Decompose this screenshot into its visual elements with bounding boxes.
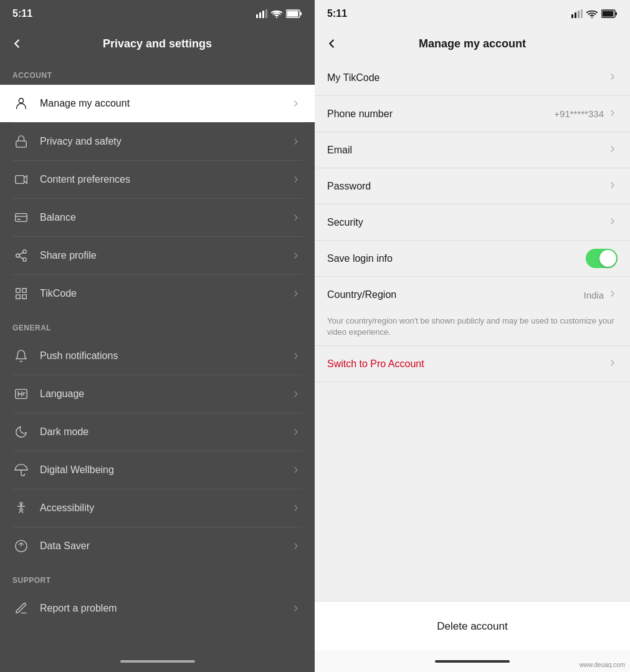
tikcode-chevron [290, 287, 302, 300]
menu-item-share[interactable]: Share profile [0, 237, 315, 274]
svg-rect-21 [16, 295, 20, 299]
wellbeing-chevron [290, 464, 302, 476]
svg-rect-22 [22, 295, 26, 299]
pro-account-label: Switch to Pro Account [327, 358, 608, 370]
email-menu-label: Email [327, 145, 608, 156]
svg-rect-19 [16, 289, 20, 292]
svg-rect-32 [571, 14, 573, 18]
svg-rect-20 [22, 289, 26, 292]
right-menu-item-email[interactable]: Email [315, 132, 630, 168]
wellbeing-label: Digital Wellbeing [40, 464, 290, 476]
right-menu-item-security[interactable]: Security [315, 204, 630, 241]
svg-rect-34 [578, 11, 580, 18]
right-menu-item-password[interactable]: Password [315, 168, 630, 204]
menu-item-manage-account[interactable]: Manage my account [0, 85, 315, 122]
save-login-toggle[interactable] [586, 249, 618, 268]
darkmode-chevron [290, 426, 302, 438]
accessibility-label: Accessibility [40, 502, 290, 514]
video-icon [12, 171, 30, 188]
left-page-header: Privacy and settings [0, 27, 315, 60]
svg-rect-3 [265, 9, 267, 18]
svg-rect-38 [603, 11, 614, 17]
card-icon [12, 209, 30, 226]
right-header-title: Manage my account [419, 37, 526, 50]
content-label: Content preferences [40, 174, 290, 185]
watermark: www.deuaq.com [580, 661, 625, 668]
menu-item-darkmode[interactable]: Dark mode [0, 413, 315, 451]
right-wifi-icon [586, 9, 598, 18]
toggle-knob [599, 250, 616, 267]
wifi-icon [271, 9, 282, 18]
svg-rect-10 [16, 176, 24, 184]
report-label: Report a problem [40, 603, 290, 614]
menu-item-language[interactable]: Language [0, 375, 315, 413]
menu-item-datasaver[interactable]: Data Saver [0, 527, 315, 565]
lock-icon [12, 133, 30, 150]
content-chevron [290, 173, 302, 186]
person-icon [12, 95, 30, 112]
right-status-bar: 5:11 [315, 0, 630, 27]
right-menu-item-phone[interactable]: Phone number +91*****334 [315, 96, 630, 132]
right-battery-icon [601, 9, 618, 18]
menu-item-accessibility[interactable]: Accessibility [0, 489, 315, 527]
tikcode-menu-label: My TikCode [327, 72, 608, 84]
menu-item-notifications[interactable]: Push notifications [0, 337, 315, 375]
left-status-icons [256, 9, 302, 18]
right-panel: 5:11 [315, 0, 630, 672]
menu-item-content[interactable]: Content preferences [0, 161, 315, 198]
left-home-indicator [120, 660, 195, 663]
phone-menu-value: +91*****334 [554, 108, 604, 119]
bell-icon [12, 347, 30, 365]
country-chevron [608, 289, 618, 301]
balance-label: Balance [40, 212, 290, 223]
right-back-button[interactable] [325, 37, 338, 50]
right-menu-item-tikcode[interactable]: My TikCode [315, 60, 630, 96]
manage-account-label: Manage my account [40, 98, 290, 109]
left-status-time: 5:11 [12, 8, 32, 19]
support-section-label: SUPPORT [0, 565, 315, 590]
balance-chevron [290, 211, 302, 224]
svg-rect-1 [259, 12, 261, 18]
grid-icon [12, 285, 30, 302]
menu-item-balance[interactable]: Balance [0, 199, 315, 236]
delete-account-section[interactable]: Delete account [315, 601, 630, 651]
delete-account-label: Delete account [437, 620, 507, 633]
password-menu-chevron [608, 180, 618, 193]
svg-rect-6 [287, 11, 298, 17]
country-value: India [583, 290, 604, 300]
language-chevron [290, 388, 302, 400]
svg-point-4 [276, 17, 277, 18]
svg-point-15 [16, 254, 20, 257]
share-chevron [290, 249, 302, 262]
save-login-label: Save login info [327, 253, 586, 264]
notifications-label: Push notifications [40, 350, 290, 362]
text-icon [12, 385, 30, 403]
menu-item-privacy[interactable]: Privacy and safety [0, 123, 315, 160]
privacy-chevron [290, 135, 302, 148]
moon-icon [12, 423, 30, 441]
pro-account-item[interactable]: Switch to Pro Account [315, 346, 630, 382]
language-label: Language [40, 388, 290, 400]
menu-item-report[interactable]: Report a problem [0, 590, 315, 627]
svg-rect-0 [256, 14, 258, 18]
svg-rect-7 [300, 12, 302, 16]
svg-point-8 [19, 98, 23, 103]
save-login-item: Save login info [315, 241, 630, 277]
darkmode-label: Dark mode [40, 426, 290, 438]
country-note: Your country/region won't be shown publi… [315, 313, 630, 345]
svg-rect-33 [575, 12, 576, 18]
country-row[interactable]: Country/Region India [315, 277, 630, 313]
phone-menu-label: Phone number [327, 108, 554, 120]
general-section-label: GENERAL [0, 312, 315, 337]
manage-account-chevron [290, 97, 302, 110]
svg-rect-9 [16, 141, 27, 147]
notifications-chevron [290, 350, 302, 362]
left-status-bar: 5:11 [0, 0, 315, 27]
menu-item-wellbeing[interactable]: Digital Wellbeing [0, 451, 315, 489]
menu-item-tikcode[interactable]: TikCode [0, 275, 315, 312]
left-back-button[interactable] [10, 37, 24, 50]
left-content: ACCOUNT Manage my account [0, 60, 315, 651]
share-icon [12, 247, 30, 264]
password-menu-label: Password [327, 181, 608, 192]
security-menu-chevron [608, 216, 618, 229]
